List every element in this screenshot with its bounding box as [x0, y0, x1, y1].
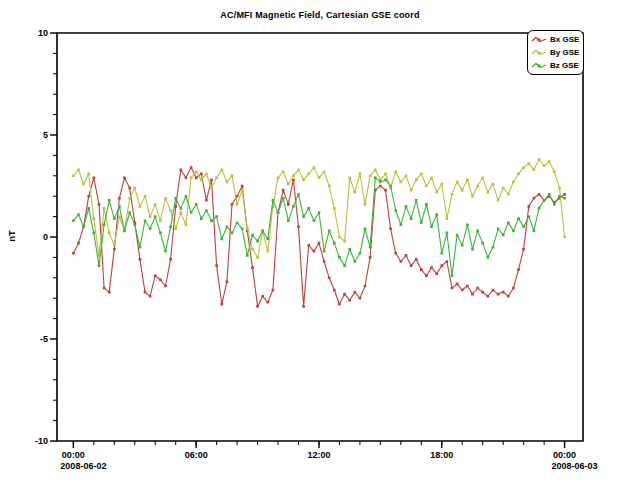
x-axis-ticks: 00:002008-06-0206:0012:0018:0000:002008-… — [60, 441, 597, 471]
legend-item-by: By GSE — [531, 46, 579, 59]
series-markers — [72, 166, 566, 307]
y-tick-label: -5 — [40, 334, 48, 344]
x-tick-label: 00:00 — [62, 450, 85, 460]
x-tick-label: 06:00 — [185, 450, 208, 460]
y-tick-label: -10 — [35, 436, 48, 446]
x-tick-label: 18:00 — [430, 450, 453, 460]
y-axis-ticks: -10-50510 — [35, 28, 57, 446]
bz-line-sample-icon — [531, 61, 547, 70]
y-tick-label: 5 — [43, 130, 48, 140]
legend-label-bx: Bx GSE — [550, 35, 579, 44]
x-tick-label: 00:00 — [553, 450, 576, 460]
bx-line-sample-icon — [531, 35, 547, 44]
series-bz-gse — [72, 177, 566, 278]
x-date-label: 2008-06-02 — [60, 461, 106, 471]
x-date-label: 2008-06-03 — [552, 461, 598, 471]
axes — [57, 33, 583, 441]
legend: Bx GSE By GSE Bz GSE — [527, 30, 584, 75]
legend-item-bz: Bz GSE — [531, 59, 579, 72]
by-line-sample-icon — [531, 48, 547, 57]
legend-item-bx: Bx GSE — [531, 33, 579, 46]
x-tick-label: 12:00 — [307, 450, 330, 460]
chart-figure: AC/MFI Magnetic Field, Cartesian GSE coo… — [0, 0, 640, 480]
legend-label-by: By GSE — [550, 48, 579, 57]
legend-label-bz: Bz GSE — [550, 61, 579, 70]
series-bx-gse — [72, 166, 566, 307]
series-markers — [72, 177, 566, 278]
y-tick-label: 10 — [38, 28, 48, 38]
y-tick-label: 0 — [43, 232, 48, 242]
